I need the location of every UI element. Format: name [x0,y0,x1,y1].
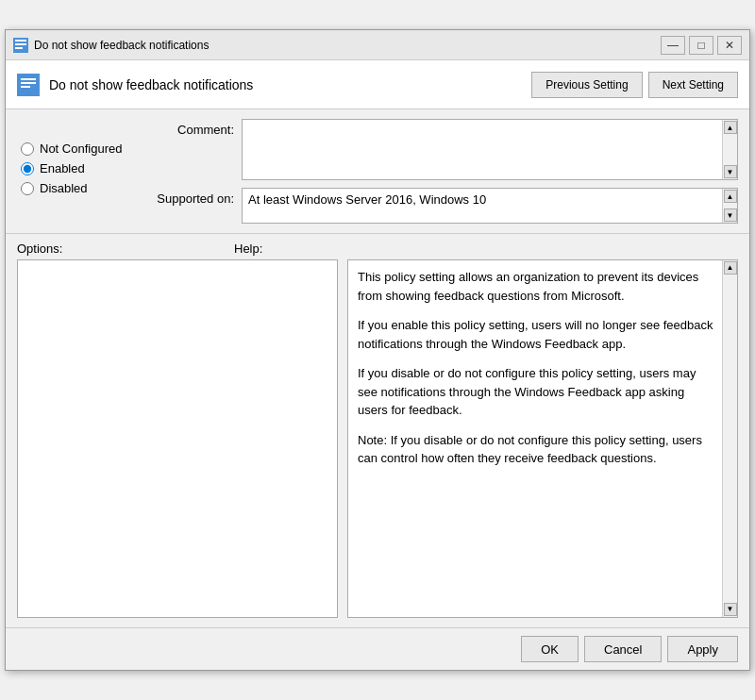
supported-row: Supported on: At least Windows Server 20… [149,188,738,224]
supported-scrollbar: ▲ ▼ [722,189,737,223]
cancel-button[interactable]: Cancel [584,636,662,662]
apply-button[interactable]: Apply [667,636,738,662]
comment-container: ▲ ▼ [242,119,738,180]
disabled-option[interactable]: Disabled [17,179,140,197]
ok-button[interactable]: OK [521,636,579,662]
footer: OK Cancel Apply [6,627,749,670]
comment-label: Comment: [149,119,234,137]
help-scroll-up[interactable]: ▲ [724,261,737,275]
help-scroll-down[interactable]: ▼ [724,603,737,616]
main-window: Do not show feedback notifications — □ ✕… [5,29,750,671]
help-paragraph-2: If you enable this policy setting, users… [358,316,714,353]
supported-scroll-down[interactable]: ▼ [724,208,737,222]
close-button[interactable]: ✕ [717,36,742,55]
divider [6,233,749,234]
window-icon [13,38,28,53]
window-title: Do not show feedback notifications [34,39,661,52]
header-icon [17,74,40,96]
svg-rect-5 [21,78,36,80]
comment-row: Comment: ▲ ▼ [149,119,738,180]
main-section: This policy setting allows an organizati… [6,259,749,627]
supported-label: Supported on: [149,188,234,206]
enabled-label: Enabled [40,161,85,175]
supported-scroll-up[interactable]: ▲ [724,190,737,203]
svg-rect-2 [15,43,26,45]
scroll-up-arrow[interactable]: ▲ [724,121,737,134]
dialog-title: Do not show feedback notifications [49,77,531,92]
window-controls: — □ ✕ [661,36,742,55]
minimize-button[interactable]: — [661,36,685,55]
svg-rect-6 [21,82,36,84]
svg-rect-3 [15,47,23,49]
section-headers: Options: Help: [6,238,749,259]
supported-value: At least Windows Server 2016, Windows 10 [243,189,722,223]
disabled-radio[interactable] [21,182,34,195]
comment-scrollbar: ▲ ▼ [722,120,737,179]
enabled-radio[interactable] [21,162,34,175]
navigation-buttons: Previous Setting Next Setting [531,72,738,98]
not-configured-radio[interactable] [21,142,34,156]
help-paragraph-3: If you disable or do not configure this … [358,364,714,420]
radio-group: Not Configured Enabled Disabled [17,119,140,224]
next-setting-button[interactable]: Next Setting [648,72,738,98]
supported-container: At least Windows Server 2016, Windows 10… [242,188,738,224]
enabled-option[interactable]: Enabled [17,159,140,177]
not-configured-label: Not Configured [40,142,122,156]
help-box: This policy setting allows an organizati… [347,259,738,618]
options-box [17,259,338,618]
svg-rect-1 [15,40,26,42]
svg-rect-7 [21,86,30,88]
right-fields: Comment: ▲ ▼ Supported on: At least Wind… [149,119,738,224]
help-paragraph-4: Note: If you disable or do not configure… [358,431,714,468]
header-bar: Do not show feedback notifications Previ… [6,60,749,109]
content-area: Not Configured Enabled Disabled Comment: [6,109,749,670]
help-scrollbar: ▲ ▼ [722,260,737,617]
options-heading: Options: [17,242,140,256]
comment-textarea[interactable] [243,120,722,176]
top-section: Not Configured Enabled Disabled Comment: [6,109,749,233]
help-paragraph-1: This policy setting allows an organizati… [358,268,714,305]
help-heading: Help: [140,242,738,256]
previous-setting-button[interactable]: Previous Setting [531,72,642,98]
not-configured-option[interactable]: Not Configured [17,140,140,158]
maximize-button[interactable]: □ [689,36,713,55]
title-bar: Do not show feedback notifications — □ ✕ [6,30,749,60]
scroll-down-arrow[interactable]: ▼ [724,165,737,178]
disabled-label: Disabled [40,181,88,195]
